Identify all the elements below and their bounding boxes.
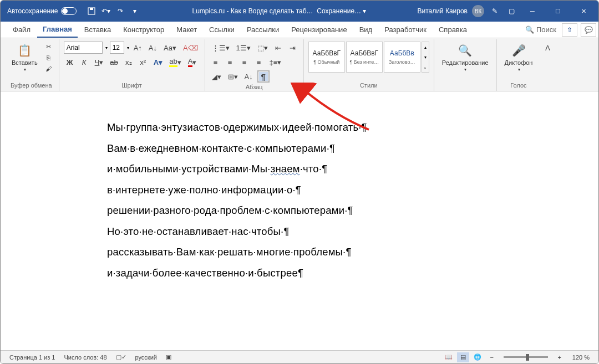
tab-layout[interactable]: Макет: [171, 22, 202, 37]
comments-button[interactable]: 💬: [581, 23, 596, 37]
read-mode-icon[interactable]: 📖: [443, 352, 455, 362]
copy-icon[interactable]: ⎘: [43, 53, 54, 63]
print-layout-icon[interactable]: ▤: [457, 352, 469, 362]
qat-more-icon[interactable]: ▾: [129, 5, 141, 17]
line-spacing-icon[interactable]: ‡≡▾: [267, 56, 284, 68]
user-name: Виталий Каиров: [417, 7, 468, 15]
tab-file[interactable]: Файл: [7, 22, 36, 37]
subscript-button[interactable]: x₂: [123, 56, 135, 68]
zoom-in-icon[interactable]: +: [554, 352, 566, 362]
style-normal[interactable]: АаБбВвГ ¶ Обычный: [308, 42, 345, 73]
align-right-icon[interactable]: ≡: [238, 56, 251, 68]
collapse-ribbon-icon[interactable]: ᐱ: [541, 42, 554, 54]
quick-access-toolbar: ↶▾ ↷ ▾: [85, 5, 141, 17]
maximize-button[interactable]: ☐: [545, 1, 571, 22]
bullets-icon[interactable]: ⋮☰▾: [210, 42, 232, 54]
paste-button[interactable]: 📋 Вставить ▾: [8, 42, 41, 73]
superscript-button[interactable]: x²: [137, 56, 149, 68]
text-line[interactable]: в·интернете·уже·полно·информации·о·¶: [107, 185, 598, 196]
bold-button[interactable]: Ж: [64, 56, 76, 68]
share-button[interactable]: ⇧: [562, 23, 577, 37]
close-button[interactable]: ✕: [571, 1, 596, 22]
ribbon-display-icon[interactable]: ▢: [505, 5, 517, 17]
styles-gallery[interactable]: АаБбВвГ ¶ Обычный АаБбВвГ ¶ Без инте… Аа…: [308, 42, 429, 73]
tab-design[interactable]: Конструктор: [118, 22, 170, 37]
dictate-button[interactable]: 🎤 Диктофон ▾: [501, 42, 536, 73]
strike-button[interactable]: ab: [108, 56, 120, 68]
word-count[interactable]: Число слов: 48: [59, 354, 111, 361]
spellcheck-word[interactable]: знаем: [271, 163, 300, 175]
gallery-more-icon[interactable]: ▴▾⌄: [422, 42, 429, 73]
style-heading[interactable]: АаБбВв Заголово…: [384, 42, 420, 73]
clear-format-icon[interactable]: A⌫: [181, 42, 200, 54]
zoom-out-icon[interactable]: −: [486, 352, 498, 362]
tab-home[interactable]: Главная: [37, 22, 78, 38]
tab-review[interactable]: Рецензирование: [286, 22, 352, 37]
zoom-level[interactable]: 120 %: [568, 354, 594, 361]
text-line[interactable]: рассказывать·Вам·как·решать·многие·пробл…: [107, 247, 598, 258]
save-icon[interactable]: [85, 5, 98, 17]
find-icon: 🔍: [458, 43, 473, 58]
tab-developer[interactable]: Разработчик: [379, 22, 432, 37]
autosave-label: Автосохранение: [7, 7, 58, 15]
style-nospacing[interactable]: АаБбВвГ ¶ Без инте…: [346, 42, 383, 73]
page-indicator[interactable]: Страница 1 из 1: [5, 354, 59, 361]
tab-help[interactable]: Справка: [433, 22, 473, 37]
underline-button[interactable]: Ч▾: [93, 56, 106, 68]
format-painter-icon[interactable]: 🖌: [43, 64, 54, 74]
text-line[interactable]: Но·это·не·останавливает·нас·чтобы·¶: [107, 227, 598, 237]
group-voice: 🎤 Диктофон ▾ Голос: [497, 39, 541, 91]
pen-icon[interactable]: ✎: [489, 5, 501, 17]
autosave-toggle[interactable]: Автосохранение: [3, 7, 81, 15]
align-center-icon[interactable]: ≡: [224, 56, 236, 68]
text-line[interactable]: Мы·группа·энтузиастов·одержимых·идеей·по…: [107, 122, 598, 133]
increase-indent-icon[interactable]: ⇥: [287, 42, 299, 54]
editing-button[interactable]: 🔍 Редактирование ▾: [439, 42, 492, 73]
language-indicator[interactable]: русский: [131, 354, 161, 361]
redo-icon[interactable]: ↷: [114, 5, 126, 17]
undo-icon[interactable]: ↶▾: [100, 5, 112, 17]
change-case-icon[interactable]: Aa▾: [161, 42, 179, 54]
align-left-icon[interactable]: ≡: [210, 56, 222, 68]
group-editing: 🔍 Редактирование ▾: [434, 39, 497, 91]
tab-references[interactable]: Ссылки: [204, 22, 240, 37]
tab-mailings[interactable]: Рассылки: [241, 22, 285, 37]
minimize-button[interactable]: ─: [520, 1, 545, 22]
spellcheck-icon[interactable]: ▢✓: [111, 353, 131, 361]
multilevel-icon[interactable]: ⬚▾: [255, 42, 270, 54]
numbering-icon[interactable]: 1☰▾: [234, 42, 253, 54]
text-line[interactable]: и·мобильными·устройствами·Мы·знаем·что·¶: [107, 164, 598, 175]
document-area[interactable]: Мы·группа·энтузиастов·одержимых·идеей·по…: [1, 91, 598, 350]
shading-icon[interactable]: ◢▾: [210, 70, 224, 83]
mic-icon: 🎤: [511, 43, 526, 58]
grow-font-icon[interactable]: A↑: [131, 42, 144, 54]
web-layout-icon[interactable]: 🌐: [471, 352, 484, 362]
font-size-combo[interactable]: 12: [110, 42, 124, 54]
tab-view[interactable]: Вид: [354, 22, 378, 37]
toggle-switch[interactable]: [61, 7, 77, 15]
sort-icon[interactable]: A↓: [242, 70, 255, 83]
macro-icon[interactable]: ▣: [161, 353, 176, 361]
group-font: Arial ▾ 12 ▾ A↑ A↓ Aa▾ A⌫ Ж К Ч▾ ab x₂ x…: [59, 39, 205, 91]
zoom-slider[interactable]: [504, 356, 548, 358]
search-box[interactable]: 🔍 Поиск: [525, 25, 561, 34]
text-effects-icon[interactable]: A▾: [151, 56, 165, 68]
show-hide-pilcrow-button[interactable]: ¶: [257, 70, 270, 83]
text-line[interactable]: Вам·в·ежедневном·контакте·с·компьютерами…: [107, 143, 598, 154]
italic-button[interactable]: К: [78, 56, 90, 68]
highlight-icon[interactable]: ab▾: [167, 56, 183, 68]
tab-insert[interactable]: Вставка: [79, 22, 116, 37]
borders-icon[interactable]: ⊞▾: [226, 70, 240, 83]
group-styles: АаБбВвГ ¶ Обычный АаБбВвГ ¶ Без инте… Аа…: [304, 39, 434, 91]
justify-icon[interactable]: ≡: [253, 56, 265, 68]
text-line[interactable]: решении·разного·рода·проблем·с·компьютер…: [107, 206, 598, 216]
shrink-font-icon[interactable]: A↓: [146, 42, 159, 54]
title-bar: Автосохранение ↶▾ ↷ ▾ Lumpics.ru - Как в…: [1, 1, 598, 22]
cut-icon[interactable]: ✂: [43, 42, 54, 52]
group-label: Буфер обмена: [8, 81, 54, 90]
text-line[interactable]: и·задачи·более·качественно·и·быстрее¶: [107, 268, 598, 279]
decrease-indent-icon[interactable]: ⇤: [272, 42, 285, 54]
font-color-icon[interactable]: A▾: [186, 56, 199, 68]
font-name-combo[interactable]: Arial: [64, 42, 103, 54]
avatar[interactable]: ВК: [472, 5, 484, 17]
